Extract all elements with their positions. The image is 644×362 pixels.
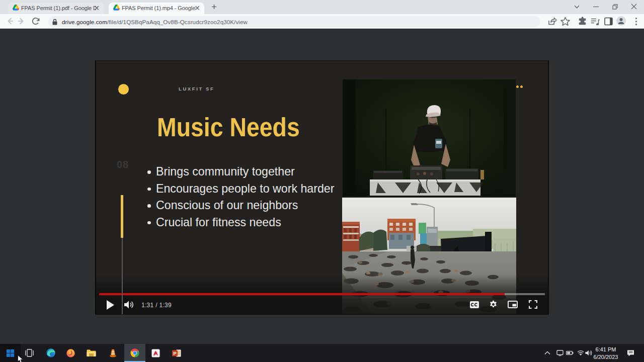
- svg-text:P: P: [173, 350, 177, 355]
